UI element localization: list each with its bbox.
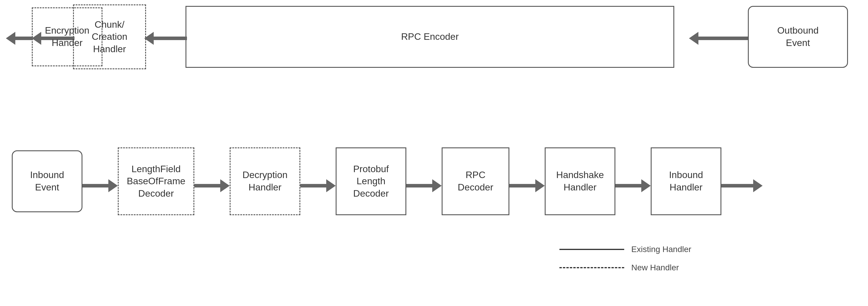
arrow-head [753, 179, 763, 192]
arrow-inbound-to-length [83, 179, 118, 192]
arrow-decrypt-to-protobuf [300, 179, 336, 192]
inbound-event-label: InboundEvent [30, 169, 64, 193]
legend-existing-label: Existing Handler [631, 245, 691, 254]
arrow-head [689, 32, 699, 45]
arrow-rpc-to-handshake [509, 179, 545, 192]
legend-new-label: New Handler [631, 263, 679, 272]
arrow-line [406, 184, 432, 188]
arrow-head [220, 179, 230, 192]
outbound-event-box: OutboundEvent [748, 6, 848, 68]
inbound-handler-label: InboundHandler [669, 169, 703, 193]
lengthfield-decoder-box: LengthFieldBaseOfFrameDecoder [118, 147, 194, 215]
rpc-decoder-label: RPCDecoder [458, 169, 494, 193]
arrow-enc-out [6, 32, 33, 45]
legend-dashed-line [559, 267, 624, 268]
arrow-head [6, 32, 15, 45]
arrow-head [641, 179, 651, 192]
diagram-container: RPC Encoder Chunk/CreationHandler Encryp… [0, 0, 868, 306]
rpc-encoder-label: RPC Encoder [401, 31, 459, 43]
legend: Existing Handler New Handler [559, 245, 691, 272]
arrow-line [721, 184, 753, 188]
arrow-inbound-out [721, 179, 763, 192]
arrow-head [326, 179, 336, 192]
arrow-line [15, 36, 33, 40]
arrow-head [108, 179, 118, 192]
arrow-line [509, 184, 535, 188]
legend-new-item: New Handler [559, 263, 691, 272]
arrow-head [432, 179, 442, 192]
rpc-decoder-box: RPCDecoder [442, 147, 509, 215]
arrow-handshake-to-inbound [615, 179, 651, 192]
arrow-protobuf-to-rpc [406, 179, 442, 192]
arrow-rpc-to-chunk [144, 32, 187, 45]
protobuf-decoder-label: ProtobufLengthDecoder [353, 163, 389, 200]
lengthfield-decoder-label: LengthFieldBaseOfFrameDecoder [127, 163, 185, 200]
arrow-outbound-to-rpc [689, 32, 748, 45]
legend-existing-item: Existing Handler [559, 245, 691, 254]
arrow-line [83, 184, 108, 188]
arrow-line [300, 184, 326, 188]
handshake-handler-box: HandshakeHandler [545, 147, 615, 215]
handshake-handler-label: HandshakeHandler [556, 169, 604, 193]
arrow-line [699, 36, 748, 40]
inbound-event-box: InboundEvent [12, 150, 83, 212]
decryption-handler-box: DecryptionHandler [230, 147, 300, 215]
decryption-handler-label: DecryptionHandler [243, 169, 288, 193]
encryption-handler-label: EncryptionHander [45, 25, 89, 49]
encryption-handler-box: EncryptionHander [32, 7, 102, 66]
arrow-head [535, 179, 545, 192]
protobuf-decoder-box: ProtobufLengthDecoder [336, 147, 406, 215]
inbound-handler-box: InboundHandler [651, 147, 721, 215]
rpc-encoder-box: RPC Encoder [186, 6, 674, 68]
arrow-line [154, 36, 187, 40]
arrow-line [615, 184, 641, 188]
outbound-event-label: OutboundEvent [777, 25, 819, 49]
arrow-line [194, 184, 220, 188]
arrow-length-to-decrypt [194, 179, 230, 192]
legend-solid-line [559, 249, 624, 250]
